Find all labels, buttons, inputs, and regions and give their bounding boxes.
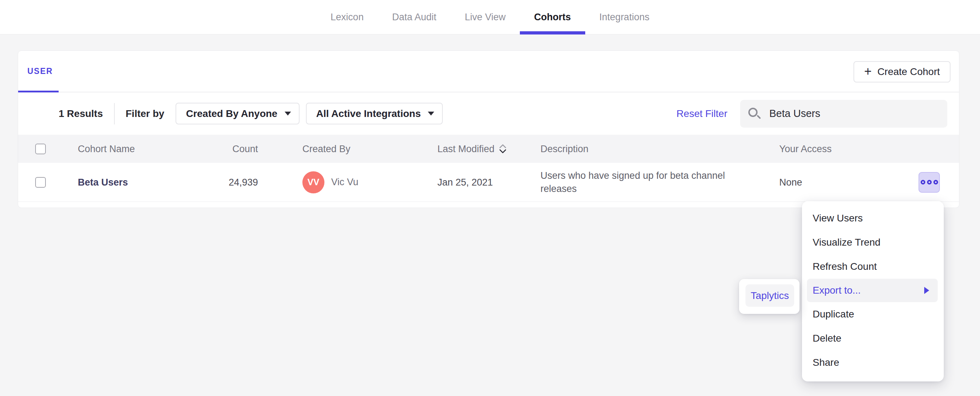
- header-cohort-name: Cohort Name: [78, 143, 135, 154]
- integrations-dropdown[interactable]: All Active Integrations: [306, 103, 443, 125]
- nav-tab-lexicon[interactable]: Lexicon: [316, 0, 378, 34]
- results-count: 1 Results: [59, 108, 103, 120]
- menu-item-export-to[interactable]: Export to...: [807, 279, 938, 302]
- cohorts-panel: USER + Create Cohort 1 Results Filter by…: [18, 51, 959, 208]
- created-by-dropdown-value: Created By Anyone: [186, 108, 277, 120]
- integrations-dropdown-value: All Active Integrations: [316, 108, 421, 120]
- export-to-label: Export to...: [813, 285, 861, 296]
- filter-divider: [114, 103, 115, 125]
- created-by-cell: VV Vic Vu: [302, 171, 358, 193]
- tab-user[interactable]: USER: [18, 51, 59, 92]
- reset-filter-link[interactable]: Reset Filter: [676, 108, 727, 120]
- cohort-description: Users who have signed up for beta channe…: [541, 169, 732, 195]
- header-description: Description: [541, 143, 589, 154]
- nav-tab-data-audit[interactable]: Data Audit: [378, 0, 450, 34]
- select-all-checkbox[interactable]: [35, 144, 46, 154]
- menu-item-duplicate[interactable]: Duplicate: [802, 302, 944, 326]
- export-submenu: Taplytics: [739, 279, 800, 314]
- header-your-access: Your Access: [779, 143, 832, 154]
- search-icon: [748, 108, 760, 120]
- panel-tab-strip: USER + Create Cohort: [18, 51, 959, 93]
- avatar: VV: [302, 171, 325, 193]
- search-input[interactable]: [769, 108, 947, 120]
- table-row: Beta Users 24,939 VV Vic Vu Jan 25, 2021…: [18, 163, 959, 202]
- top-nav-tabs: Lexicon Data Audit Live View Cohorts Int…: [316, 0, 663, 34]
- chevron-down-icon: [285, 112, 291, 115]
- menu-item-delete[interactable]: Delete: [802, 326, 944, 351]
- create-cohort-label: Create Cohort: [877, 66, 940, 78]
- menu-item-visualize-trend[interactable]: Visualize Trend: [802, 230, 944, 254]
- submenu-arrow-icon: [924, 287, 929, 294]
- menu-item-refresh-count[interactable]: Refresh Count: [802, 254, 944, 279]
- created-by-dropdown[interactable]: Created By Anyone: [175, 103, 299, 125]
- header-created-by: Created By: [302, 143, 350, 154]
- last-modified-value: Jan 25, 2021: [438, 177, 493, 188]
- submenu-item-taplytics[interactable]: Taplytics: [746, 284, 794, 307]
- row-checkbox[interactable]: [35, 177, 46, 188]
- cohort-count: 24,939: [196, 177, 258, 188]
- cohort-name-link[interactable]: Beta Users: [78, 177, 128, 188]
- row-actions-button[interactable]: [918, 172, 940, 193]
- top-nav: Lexicon Data Audit Live View Cohorts Int…: [0, 0, 980, 35]
- table-header: Cohort Name Count Created By Last Modifi…: [18, 135, 959, 163]
- header-last-modified-label: Last Modified: [438, 143, 495, 154]
- row-context-menu: View Users Visualize Trend Refresh Count…: [802, 201, 944, 382]
- cohorts-page: Lexicon Data Audit Live View Cohorts Int…: [0, 0, 980, 396]
- header-last-modified-sort[interactable]: Last Modified: [438, 143, 507, 154]
- ellipsis-icon: [921, 180, 925, 185]
- menu-item-view-users[interactable]: View Users: [802, 206, 944, 230]
- creator-name: Vic Vu: [331, 177, 358, 188]
- filter-bar: 1 Results Filter by Created By Anyone Al…: [18, 93, 959, 135]
- nav-tab-integrations[interactable]: Integrations: [585, 0, 664, 34]
- plus-icon: +: [864, 65, 872, 78]
- filter-by-label: Filter by: [126, 108, 164, 120]
- nav-tab-cohorts[interactable]: Cohorts: [520, 0, 585, 34]
- header-count: Count: [196, 143, 258, 154]
- create-cohort-button[interactable]: + Create Cohort: [853, 61, 950, 83]
- sort-icon: [499, 144, 507, 154]
- search-box[interactable]: [740, 100, 947, 128]
- chevron-down-icon: [428, 112, 434, 115]
- access-value: None: [779, 177, 802, 188]
- nav-tab-live-view[interactable]: Live View: [450, 0, 520, 34]
- menu-item-share[interactable]: Share: [802, 351, 944, 375]
